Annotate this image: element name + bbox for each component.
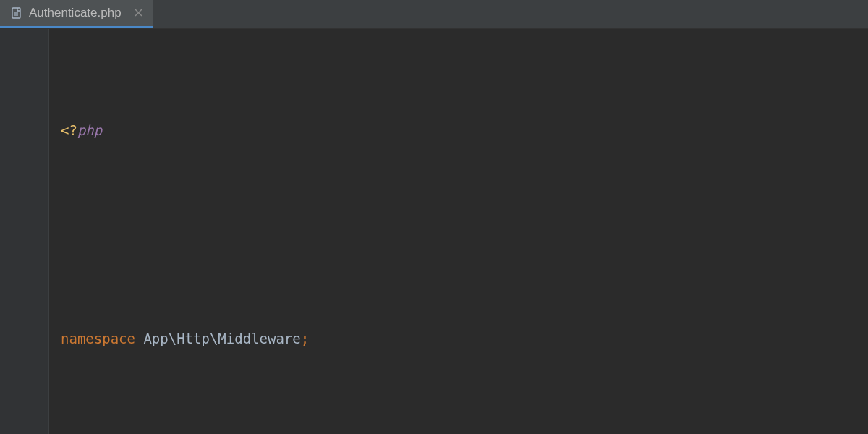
code-line: <?php (58, 117, 868, 143)
gutter (0, 29, 49, 434)
php-file-icon (10, 7, 23, 20)
tab-bar: Authenticate.php (0, 0, 868, 29)
code-line: namespace App\Http\Middleware; (58, 326, 868, 352)
tab-filename: Authenticate.php (29, 6, 122, 20)
code-editor[interactable]: <?php namespace App\Http\Middleware; use… (49, 29, 868, 434)
close-icon[interactable] (135, 7, 142, 19)
tab-authenticate-php[interactable]: Authenticate.php (0, 0, 153, 28)
code-line (58, 221, 868, 247)
code-line (58, 430, 868, 434)
editor-area: <?php namespace App\Http\Middleware; use… (0, 29, 868, 434)
